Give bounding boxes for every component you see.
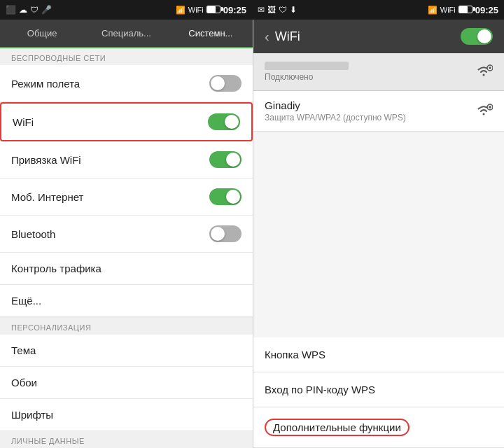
- wifi-connected-info: Подключено: [265, 62, 349, 82]
- settings-item-theme[interactable]: Тема: [0, 335, 253, 367]
- status-time-left: 09:25: [223, 5, 246, 15]
- settings-item-wallpaper[interactable]: Обои: [0, 367, 253, 399]
- photo-icon: 🖼: [267, 5, 276, 15]
- left-panel: Общие Специаль... Системн... БЕСПРОВОДНЫ…: [0, 20, 253, 448]
- settings-item-wifi[interactable]: WiFi: [0, 102, 253, 141]
- airplane-label: Режим полета: [11, 78, 80, 90]
- settings-item-wifi-tether[interactable]: Привязка WiFi: [0, 141, 253, 178]
- wifi-toggle-knob: [225, 115, 239, 129]
- ginadiy-name: Ginadiy: [265, 99, 406, 111]
- settings-item-bluetooth[interactable]: Bluetooth: [0, 216, 253, 253]
- wallpaper-label: Обои: [11, 377, 37, 388]
- wifi-toggle[interactable]: [208, 113, 240, 130]
- wps-button-label: Кнопка WPS: [265, 349, 326, 360]
- wifi-title: WiFi: [275, 29, 300, 44]
- status-icons-right-left: ✉ 🖼 🛡 ⬇: [258, 5, 297, 15]
- wifi-connected-item[interactable]: Подключено: [253, 53, 504, 91]
- mic-icon: 🎤: [41, 5, 52, 15]
- wifi-main-toggle[interactable]: [461, 28, 493, 45]
- battery-right-icon: [458, 6, 472, 15]
- status-bar-left: ⬛ ☁ 🛡 🎤 📶 WiFi 09:25: [0, 0, 252, 20]
- status-right-icons-right: 📶 WiFi 09:25: [428, 5, 498, 15]
- traffic-label: Контроль трафика: [11, 262, 102, 274]
- ginadiy-info: Ginadiy Защита WPA/WPA2 (доступно WPS): [265, 99, 406, 122]
- connected-status: Подключено: [265, 72, 349, 82]
- wifi-header: ‹ WiFi: [253, 20, 504, 53]
- shield2-icon: 🛡: [279, 5, 287, 15]
- ginadiy-security: Защита WPA/WPA2 (доступно WPS): [265, 113, 406, 122]
- tab-special[interactable]: Специаль...: [84, 20, 168, 47]
- theme-label: Тема: [11, 344, 36, 356]
- tab-system[interactable]: Системн...: [169, 20, 253, 48]
- settings-item-traffic[interactable]: Контроль трафика: [0, 253, 253, 285]
- status-bar-right: ✉ 🖼 🛡 ⬇ 📶 WiFi 09:25: [252, 0, 504, 20]
- connected-network-name: [265, 62, 349, 70]
- ginadiy-signal-icon: [475, 102, 493, 120]
- menu-item-wps-button[interactable]: Кнопка WPS: [253, 337, 504, 372]
- screenshot-icon: ⬛: [6, 5, 16, 15]
- status-time-right: 09:25: [475, 5, 498, 15]
- wifi-header-left: ‹ WiFi: [265, 29, 300, 45]
- bluetooth-toggle-knob: [211, 227, 225, 241]
- signal-bars-right-icon: 📶: [428, 6, 438, 15]
- fonts-label: Шрифты: [11, 409, 53, 421]
- tab-general[interactable]: Общие: [0, 20, 84, 47]
- menu-item-advanced[interactable]: Дополнительные функции: [253, 407, 504, 448]
- mobile-data-label: Моб. Интернет: [11, 191, 83, 203]
- right-panel: ‹ WiFi Подключено: [253, 20, 504, 448]
- section-personal-data-header: ЛИЧНЫЕ ДАННЫЕ: [0, 431, 253, 448]
- menu-item-wps-pin[interactable]: Вход по PIN-коду WPS: [253, 372, 504, 407]
- signal-bars-icon: 📶: [176, 6, 186, 15]
- settings-item-mobile-data[interactable]: Моб. Интернет: [0, 178, 253, 216]
- wifi-right-icon: WiFi: [440, 6, 456, 14]
- wifi-main-toggle-knob: [477, 29, 491, 43]
- wifi-tether-toggle-knob: [226, 153, 240, 167]
- section-personal-header: ПЕРСОНАЛИЗАЦИЯ: [0, 318, 253, 335]
- wps-pin-label: Вход по PIN-коду WPS: [265, 384, 375, 396]
- envelope-icon: ✉: [258, 5, 265, 15]
- wifi-tether-toggle[interactable]: [209, 151, 241, 168]
- bluetooth-label: Bluetooth: [11, 228, 55, 240]
- airplane-toggle[interactable]: [209, 75, 241, 92]
- settings-item-airplane[interactable]: Режим полета: [0, 65, 253, 102]
- status-right-icons-left: 📶 WiFi 09:25: [176, 5, 246, 15]
- more-label: Ещё...: [11, 295, 41, 307]
- airplane-toggle-knob: [211, 76, 225, 90]
- shield-icon: 🛡: [30, 5, 38, 15]
- section-wireless-header: БЕСПРОВОДНЫЕ СЕТИ: [0, 48, 253, 65]
- main-content: Общие Специаль... Системн... БЕСПРОВОДНЫ…: [0, 20, 504, 448]
- wifi-network-ginadiy[interactable]: Ginadiy Защита WPA/WPA2 (доступно WPS): [253, 91, 504, 132]
- wifi-tether-label: Привязка WiFi: [11, 154, 81, 166]
- wifi-label: WiFi: [13, 116, 34, 128]
- advanced-label: Дополнительные функции: [265, 419, 410, 436]
- download-icon: ⬇: [290, 5, 297, 15]
- settings-item-more[interactable]: Ещё...: [0, 285, 253, 317]
- mobile-data-toggle-knob: [226, 190, 240, 204]
- back-arrow-icon[interactable]: ‹: [265, 29, 270, 45]
- bluetooth-toggle[interactable]: [209, 225, 241, 242]
- status-bars: ⬛ ☁ 🛡 🎤 📶 WiFi 09:25 ✉ 🖼 🛡 ⬇ 📶 WiFi: [0, 0, 504, 20]
- status-icons-left: ⬛ ☁ 🛡 🎤: [6, 5, 52, 15]
- mobile-data-toggle[interactable]: [209, 188, 241, 205]
- wifi-signal-connected-icon: [475, 62, 493, 81]
- spacer-right: [253, 132, 504, 337]
- wifi-status-icon: WiFi: [188, 6, 204, 14]
- cloud-icon: ☁: [19, 5, 27, 15]
- settings-item-fonts[interactable]: Шрифты: [0, 399, 253, 431]
- battery-left-icon: [206, 6, 220, 15]
- tabs-container: Общие Специаль... Системн...: [0, 20, 253, 48]
